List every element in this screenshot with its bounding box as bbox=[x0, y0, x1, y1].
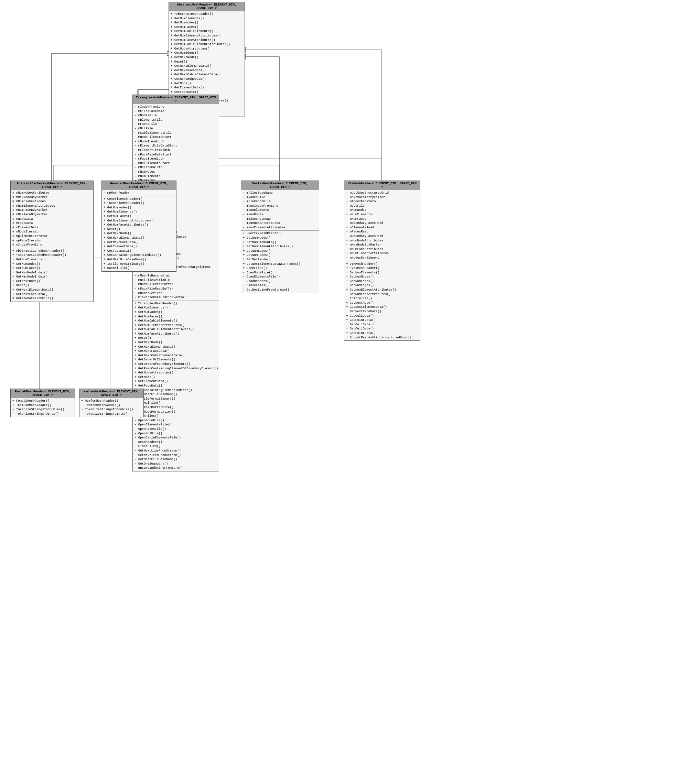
vtk-mesh-reader-box: VtkMeshReader< ELEMENT_DIM, SPACE_DIM > … bbox=[344, 180, 420, 341]
vertex-methods: + ~VertexMeshReader() + GetNumNodes() + … bbox=[241, 231, 319, 293]
femlab-mesh-reader-box: FemLabMeshReader< ELEMENT_DIM, SPACE_DIM… bbox=[10, 389, 75, 417]
abstract-cached-mesh-reader-box: AbstractCachedMeshReader< ELEMENT_DIM, S… bbox=[10, 180, 93, 302]
femlab-mesh-reader-title: FemLabMeshReader< ELEMENT_DIM, SPACE_DIM… bbox=[11, 389, 75, 398]
abstract-cached-mesh-reader-title: AbstractCachedMeshReader< ELEMENT_DIM, S… bbox=[11, 181, 93, 190]
generic-attributes: - mpMeshReader bbox=[102, 190, 176, 196]
vertex-attributes: - mFilesBaseName - mNodesFile - mElement… bbox=[241, 190, 319, 231]
arrows-layer bbox=[0, 0, 700, 772]
generic-mesh-reader-title: GenericMeshReader< ELEMENT_DIM, SPACE_DI… bbox=[102, 181, 176, 190]
vtk-attributes: - mpVtkUnstructuredGrid - mpVtkGeometryF… bbox=[344, 190, 420, 261]
vertex-mesh-reader-title: VertexMeshReader< ELEMENT_DIM, SPACE_DIM… bbox=[241, 181, 319, 190]
abstract-mesh-reader-title: AbstractMeshReader< ELEMENT_DIM, SPACE_D… bbox=[169, 2, 244, 11]
generic-methods: + GenericMeshReader() + ~GenericMeshRead… bbox=[102, 196, 176, 272]
memfem-mesh-reader-box: MemfemMeshReader< ELEMENT_DIM, SPACE_DIM… bbox=[79, 389, 144, 417]
triangles-mesh-reader-title: TrianglesMeshReader< ELEMENT_DIM, SPACE_… bbox=[133, 95, 219, 104]
generic-mesh-reader-box: GenericMeshReader< ELEMENT_DIM, SPACE_DI… bbox=[102, 180, 177, 272]
triangles-methods: + TrianglesMeshReader() + GetNumElements… bbox=[133, 301, 219, 471]
vtk-methods: + VtkMeshReader() + ~VtkMeshReader() + G… bbox=[344, 261, 420, 341]
cached-attributes: # mNumNodeAttributes # mMaxNodeBdyMarker… bbox=[11, 190, 93, 248]
cached-methods: + AbstractCachedMeshReader() + ~Abstract… bbox=[11, 248, 93, 302]
memfem-mesh-reader-title: MemfemMeshReader< ELEMENT_DIM, SPACE_DIM… bbox=[79, 389, 143, 398]
femlab-methods: + FemLabMeshReader() + ~FemLabMeshReader… bbox=[11, 398, 75, 417]
uml-diagram: AbstractMeshReader< ELEMENT_DIM, SPACE_D… bbox=[0, 0, 700, 772]
vertex-mesh-reader-box: VertexMeshReader< ELEMENT_DIM, SPACE_DIM… bbox=[241, 180, 319, 293]
memfem-methods: + MemfemMeshReader() + ~MemfemMeshReader… bbox=[79, 398, 143, 417]
vtk-mesh-reader-title: VtkMeshReader< ELEMENT_DIM, SPACE_DIM > bbox=[344, 181, 420, 190]
triangles-mesh-reader-box: TrianglesMeshReader< ELEMENT_DIM, SPACE_… bbox=[133, 95, 219, 471]
